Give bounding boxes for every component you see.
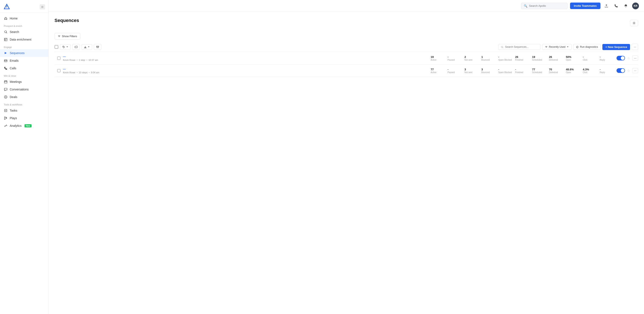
table-row: — Kevin Rowe 10 steps 9:04 am 77 Active … (54, 64, 638, 77)
apollo-logo (4, 4, 10, 10)
star-button[interactable]: ☆ (627, 68, 630, 73)
row-checkbox[interactable] (54, 69, 63, 72)
row-select-checkbox[interactable] (57, 57, 60, 60)
svg-point-2 (4, 31, 6, 33)
sidebar-item-search[interactable]: Search (0, 28, 48, 36)
deals-icon (4, 95, 8, 99)
topbar-icons: KR (603, 2, 639, 9)
stat-finished: - Finished (515, 68, 532, 74)
svg-point-15 (63, 46, 64, 46)
stat-open: 50% Open (566, 55, 583, 61)
stat-delivered: 26 Delivered (549, 55, 566, 61)
sidebar-item-analytics[interactable]: Analytics New (0, 122, 48, 130)
row-more-button[interactable]: ··· (632, 68, 638, 73)
sequences-search-bar[interactable] (498, 44, 540, 50)
sidebar-item-conversations[interactable]: Conversations (0, 86, 48, 93)
plays-icon (4, 116, 8, 120)
stat-active: 77 Active (430, 68, 448, 74)
stat-bounced: 3 Bounced (481, 68, 498, 74)
sidebar-item-sequences[interactable]: Sequences (0, 49, 48, 57)
row-select-checkbox[interactable] (57, 69, 60, 72)
new-sequence-button[interactable]: + New Sequence (602, 44, 630, 50)
sort-button[interactable]: Recently Used (542, 44, 572, 50)
download-button[interactable] (82, 44, 92, 50)
archive-button[interactable] (94, 44, 102, 50)
sidebar-item-tasks[interactable]: Tasks (0, 107, 48, 114)
settings-button[interactable] (630, 20, 638, 26)
main-content: 🔍 Invite Teammates KR (48, 0, 644, 314)
stat-paused: - Paused (448, 55, 464, 61)
svg-marker-9 (4, 117, 7, 120)
stat-reply: - Reply (600, 68, 616, 74)
sequence-owner: Kevin Rowe (63, 59, 76, 61)
content-area: Sequences Show Filters (48, 12, 644, 314)
stat-spam-blocked: - Spam Blocked (498, 68, 515, 74)
sequences-list: — Kevin Rowe 1 step 10:37 am 19 Active -… (54, 52, 638, 77)
svg-rect-4 (4, 38, 7, 41)
stat-active: 19 Active (430, 55, 448, 61)
sequence-info: — Kevin Rowe 1 step 10:37 am (63, 55, 430, 61)
nav-section-label: Engage (0, 43, 48, 49)
search-input[interactable] (529, 4, 565, 8)
sequence-time: 10:37 am (88, 59, 98, 61)
tasks-icon (4, 108, 8, 112)
sidebar-item-label: Search (10, 30, 19, 34)
sequence-name-link[interactable]: — (63, 68, 426, 70)
sidebar-item-label: Tasks (10, 109, 17, 112)
conversations-icon (4, 88, 8, 91)
sidebar-item-plays[interactable]: Plays (0, 114, 48, 122)
invite-teammates-button[interactable]: Invite Teammates (570, 2, 600, 9)
sidebar-item-deals[interactable]: Deals (0, 93, 48, 101)
search-bar[interactable]: 🔍 (521, 3, 568, 9)
sequence-steps: 10 steps (79, 71, 88, 74)
search-icon: 🔍 (524, 4, 527, 8)
topbar: 🔍 Invite Teammates KR (48, 0, 644, 12)
sidebar: ⊞ Home Prospect & enrich Search Data enr… (0, 0, 48, 314)
sidebar-item-data-enrichment[interactable]: Data enrichment (0, 36, 48, 43)
sequences-search-input[interactable] (505, 46, 538, 48)
sidebar-item-home[interactable]: Home (0, 14, 48, 22)
sequence-time: 9:04 am (91, 71, 99, 74)
user-avatar-button[interactable]: KR (632, 2, 639, 9)
new-badge: New (24, 124, 32, 128)
sidebar-item-label: Data enrichment (10, 38, 32, 41)
run-diagnostics-button[interactable]: Run diagnostics (573, 44, 601, 50)
row-more-button[interactable]: ··· (632, 56, 638, 61)
stat-finished: 26 Finished (515, 55, 532, 61)
folder-button[interactable] (72, 44, 80, 50)
nav-section-label: Prospect & enrich (0, 22, 48, 28)
phone-icon-button[interactable] (613, 2, 620, 9)
sidebar-item-emails[interactable]: Emails (0, 57, 48, 64)
row-checkbox[interactable] (54, 57, 63, 60)
stat-reply: - Reply (600, 55, 616, 61)
star-button[interactable]: ☆ (627, 56, 630, 61)
sort-label: Recently Used (549, 46, 566, 48)
sidebar-item-label: Plays (10, 116, 17, 120)
sequence-toggle[interactable] (616, 56, 625, 60)
more-options-button[interactable]: ··· (632, 44, 638, 50)
svg-point-17 (502, 46, 503, 48)
sidebar-item-meetings[interactable]: Meetings (0, 78, 48, 86)
select-all-checkbox[interactable] (54, 45, 58, 49)
stat-scheduled: 77 Scheduled (532, 68, 549, 74)
notifications-icon-button[interactable] (622, 2, 629, 9)
content-header: Sequences (54, 18, 638, 28)
stat-bounced: 1 Bounced (481, 55, 498, 61)
sidebar-item-label: Calls (10, 66, 16, 70)
sequence-toggle[interactable] (616, 68, 625, 73)
upload-icon-button[interactable] (603, 2, 610, 9)
row-actions: ☆ ··· (616, 68, 638, 73)
sidebar-item-calls[interactable]: Calls (0, 64, 48, 72)
sidebar-item-label: Deals (10, 95, 17, 99)
stat-click: 4.3% Click (583, 68, 600, 74)
sidebar-collapse-button[interactable]: ⊞ (40, 4, 45, 9)
tag-button[interactable] (60, 44, 70, 50)
sidebar-nav: Home Prospect & enrich Search Data enric… (0, 13, 48, 131)
sequence-name-link[interactable]: — (63, 55, 426, 58)
stat-not-sent: 3 Not sent (464, 68, 481, 74)
stat-open: 48.6% Open (566, 68, 583, 74)
sequences-icon (4, 51, 8, 55)
sequence-meta: Kevin Rowe 1 step 10:37 am (63, 59, 426, 61)
show-filters-button[interactable]: Show Filters (54, 33, 80, 40)
meetings-icon (4, 80, 8, 84)
